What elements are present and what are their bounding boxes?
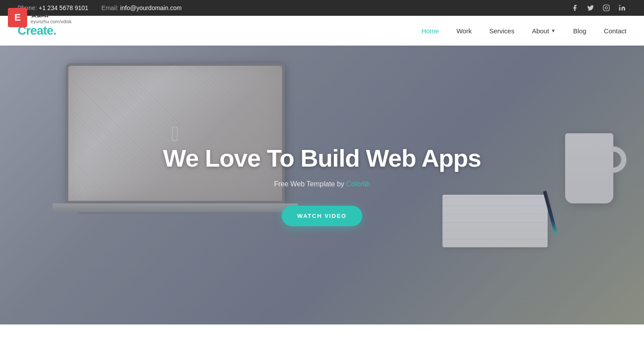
hero-content: We Love To Build Web Apps Free Web Templ…	[163, 144, 481, 226]
nav-blog[interactable]: Blog	[573, 27, 586, 35]
watermark-name: 资源君	[31, 11, 72, 19]
social-links	[570, 4, 626, 12]
about-chevron: ▼	[551, 28, 556, 33]
colorlib-link[interactable]: Colorlib	[346, 180, 370, 188]
watch-video-button[interactable]: WATCH VIDEO	[282, 206, 363, 226]
nav-work[interactable]: Work	[456, 27, 472, 35]
nav-links: Home Work Services About ▼ Blog Contact	[421, 27, 626, 35]
linkedin-icon[interactable]	[618, 4, 626, 12]
svg-point-2	[619, 5, 620, 6]
watermark-info: 资源君 eyunzhu.com/vdisk	[31, 11, 72, 24]
watermark-url: eyunzhu.com/vdisk	[31, 19, 72, 24]
svg-rect-0	[603, 5, 609, 11]
watermark: E 资源君 eyunzhu.com/vdisk	[8, 8, 72, 27]
nav-home[interactable]: Home	[421, 27, 439, 35]
nav-services[interactable]: Services	[489, 27, 515, 35]
top-bar: Phone: +1 234 5678 9101 Email: info@your…	[0, 0, 644, 16]
email-info: Email: info@yourdomain.com	[102, 4, 182, 11]
email-value: info@yourdomain.com	[120, 4, 181, 11]
hero-section:  We Love To Build Web Apps Free Web Tem…	[0, 46, 644, 324]
nav-contact[interactable]: Contact	[604, 27, 626, 35]
email-label: Email:	[102, 4, 119, 11]
hero-subtitle-text: Free Web Template by	[274, 180, 344, 188]
hero-subtitle: Free Web Template by Colorlib	[163, 180, 481, 188]
watermark-logo: E	[8, 8, 27, 27]
hero-title: We Love To Build Web Apps	[163, 144, 481, 172]
instagram-icon[interactable]	[602, 4, 611, 12]
twitter-icon[interactable]	[586, 4, 595, 12]
nav-about[interactable]: About ▼	[532, 27, 556, 35]
navbar: Create. Home Work Services About ▼ Blog …	[0, 16, 644, 46]
facebook-icon[interactable]	[570, 4, 579, 12]
